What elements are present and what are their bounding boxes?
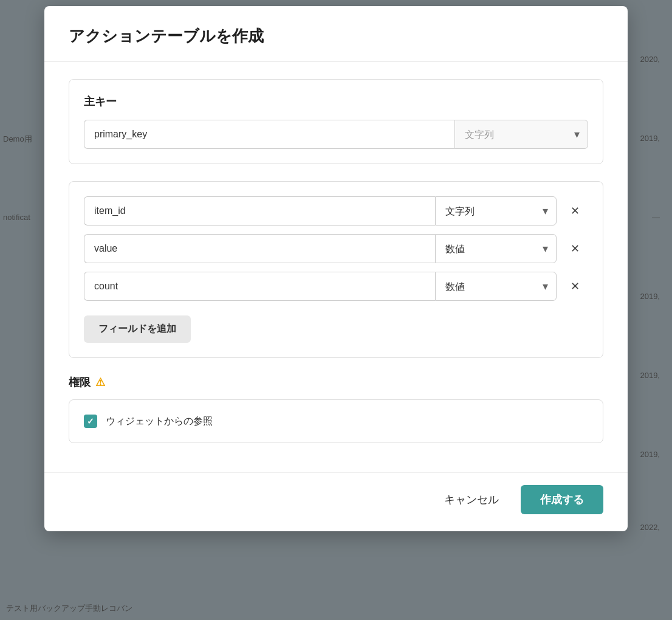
checkmark-icon: ✓ xyxy=(87,416,94,426)
field-type-wrapper-count: 文字列 数値 真偽値 ▾ xyxy=(435,272,557,301)
modal-header: アクションテーブルを作成 xyxy=(44,6,628,62)
add-field-button[interactable]: フィールドを追加 xyxy=(84,315,191,343)
field-type-select-count[interactable]: 文字列 数値 真偽値 xyxy=(435,272,557,301)
checkbox-row: ✓ ウィジェットからの参照 xyxy=(84,415,588,428)
create-label: 作成する xyxy=(540,494,584,506)
modal-backdrop: アクションテーブルを作成 主キー 文字列 文字列 数値 真偽値 ▾ xyxy=(0,0,672,620)
field-name-input-value[interactable] xyxy=(84,234,435,263)
add-field-label: フィールドを追加 xyxy=(98,323,176,336)
primary-key-label: 主キー xyxy=(84,94,588,109)
modal-body: 主キー 文字列 文字列 数値 真偽値 ▾ xyxy=(44,62,628,472)
field-row-count: 文字列 数値 真偽値 ▾ ✕ xyxy=(84,272,588,301)
widget-reference-checkbox[interactable]: ✓ xyxy=(84,415,97,428)
cancel-label: キャンセル xyxy=(444,494,499,506)
modal-dialog: アクションテーブルを作成 主キー 文字列 文字列 数値 真偽値 ▾ xyxy=(44,6,628,531)
close-icon-1: ✕ xyxy=(571,204,580,218)
field-type-select-value[interactable]: 文字列 数値 真偽値 xyxy=(435,234,557,263)
permissions-label: 権限 ⚠ xyxy=(69,375,603,390)
close-icon-3: ✕ xyxy=(571,280,580,293)
field-remove-button-item-id[interactable]: ✕ xyxy=(561,196,588,226)
field-row-item-id: 文字列 数値 真偽値 ▾ ✕ xyxy=(84,196,588,226)
field-row-value: 文字列 数値 真偽値 ▾ ✕ xyxy=(84,234,588,263)
primary-key-row: 文字列 文字列 数値 真偽値 ▾ xyxy=(84,120,588,149)
permissions-text: 権限 xyxy=(69,375,91,390)
close-icon-2: ✕ xyxy=(571,242,580,255)
field-remove-button-count[interactable]: ✕ xyxy=(561,272,588,301)
primary-key-type-wrapper: 文字列 文字列 数値 真偽値 ▾ xyxy=(454,120,588,149)
modal-footer: キャンセル 作成する xyxy=(44,472,628,531)
field-type-select-item-id[interactable]: 文字列 数値 真偽値 xyxy=(435,196,557,226)
field-type-wrapper-value: 文字列 数値 真偽値 ▾ xyxy=(435,234,557,263)
cancel-button[interactable]: キャンセル xyxy=(434,486,509,513)
widget-reference-label: ウィジェットからの参照 xyxy=(106,415,213,428)
field-name-input-item-id[interactable] xyxy=(84,196,435,226)
create-button[interactable]: 作成する xyxy=(521,485,603,514)
warning-icon: ⚠ xyxy=(95,376,105,389)
primary-key-name-input[interactable] xyxy=(84,120,454,149)
field-type-wrapper-item-id: 文字列 数値 真偽値 ▾ xyxy=(435,196,557,226)
permissions-box: ✓ ウィジェットからの参照 xyxy=(69,399,603,443)
field-remove-button-value[interactable]: ✕ xyxy=(561,234,588,263)
permissions-section: 権限 ⚠ ✓ ウィジェットからの参照 xyxy=(69,375,603,443)
modal-title: アクションテーブルを作成 xyxy=(69,26,603,47)
primary-key-section: 主キー 文字列 文字列 数値 真偽値 ▾ xyxy=(69,79,603,164)
primary-key-type-select[interactable]: 文字列 文字列 数値 真偽値 xyxy=(454,120,588,149)
fields-section: 文字列 数値 真偽値 ▾ ✕ 文字列 xyxy=(69,181,603,358)
field-name-input-count[interactable] xyxy=(84,272,435,301)
